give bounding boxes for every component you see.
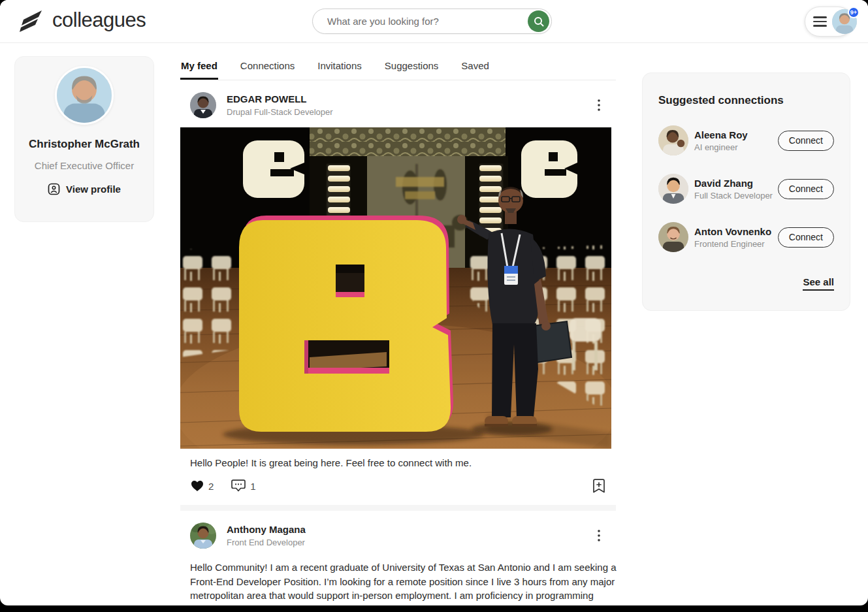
post-author-role: Front End Developer	[227, 538, 591, 547]
suggestion-avatar[interactable]	[658, 174, 688, 204]
tab-suggestions[interactable]: Suggestions	[384, 56, 440, 80]
view-profile-label: View profile	[66, 184, 121, 195]
heart-icon	[191, 480, 204, 492]
post-header: EDGAR POWELL Drupal Full-Stack Developer	[180, 80, 616, 127]
suggestion-avatar[interactable]	[658, 125, 688, 155]
like-count: 2	[208, 481, 214, 492]
search-button[interactable]	[528, 10, 549, 32]
profile-name: Christopher McGrath	[15, 138, 153, 151]
app-window: colleagues	[0, 0, 868, 605]
connect-button-anton-vovnenko[interactable]: Connect	[778, 227, 834, 248]
suggestion-name[interactable]: Aleena Roy	[694, 129, 778, 140]
like-button[interactable]	[191, 480, 204, 492]
post-author-avatar[interactable]	[190, 92, 216, 118]
profile-badge-icon	[48, 183, 60, 195]
bookmark-plus-icon	[593, 479, 605, 493]
comment-count: 1	[250, 481, 255, 492]
suggestion-row-david-zhang: David Zhang Full Stack Developer Connect	[658, 174, 834, 204]
save-post-button[interactable]	[593, 479, 605, 493]
suggestion-row-aleena-roy: Aleena Roy AI engineer Connect	[658, 125, 834, 155]
post-author-role: Drupal Full-Stack Developer	[227, 107, 591, 117]
post-menu-button[interactable]	[591, 97, 607, 113]
suggestions-title: Suggested connections	[658, 94, 834, 107]
connect-button-aleena-roy[interactable]: Connect	[778, 131, 834, 151]
post-author-avatar[interactable]	[190, 523, 216, 549]
suggestion-row-anton-vovnenko: Anton Vovnenko Frontend Engineer Connect	[658, 222, 834, 252]
suggestion-info: Anton Vovnenko Frontend Engineer	[694, 226, 778, 249]
logo[interactable]: colleagues	[18, 8, 146, 33]
suggestion-role: AI engineer	[694, 142, 778, 152]
post-edgar-powell: EDGAR POWELL Drupal Full-Stack Developer	[180, 80, 616, 505]
suggestion-info: Aleena Roy AI engineer	[694, 129, 778, 152]
post-author-block: Anthony Magana Front End Developer	[227, 524, 591, 547]
tab-connections[interactable]: Connections	[240, 56, 295, 80]
feed-column: My feed Connections Invitations Suggesti…	[180, 56, 616, 605]
tab-invitations[interactable]: Invitations	[317, 56, 362, 80]
post-header: Anthony Magana Front End Developer	[180, 511, 616, 558]
post-anthony-magana: Anthony Magana Front End Developer Hello…	[180, 511, 616, 605]
post-actions: 2 1	[180, 468, 616, 505]
tab-my-feed[interactable]: My feed	[180, 56, 218, 80]
account-menu[interactable]: 9+	[805, 7, 853, 37]
post-author-name[interactable]: Anthony Magana	[227, 524, 591, 535]
hamburger-icon	[813, 16, 827, 27]
post-photo-conference-hall[interactable]	[180, 127, 611, 449]
post-body-line: Hello Community! I am a recent graduate …	[190, 560, 606, 575]
notifications-badge[interactable]: 9+	[848, 7, 860, 18]
account-avatar-wrap: 9+	[832, 9, 857, 34]
search-icon	[533, 16, 545, 27]
post-body-text: Hello Community! I am a recent graduate …	[180, 558, 616, 605]
post-body-line: metropolitan area that would support in-…	[190, 588, 606, 603]
comment-button[interactable]	[231, 479, 246, 492]
comment-icon	[231, 479, 246, 492]
suggestion-name[interactable]: David Zhang	[694, 178, 778, 189]
suggested-connections-card: Suggested connections Aleena Roy AI engi…	[642, 72, 850, 311]
logo-text: colleagues	[52, 8, 146, 32]
view-profile-button[interactable]: View profile	[48, 183, 121, 195]
post-caption: Hello People! It is great being here. Fe…	[180, 449, 616, 468]
see-all-link[interactable]: See all	[803, 276, 834, 291]
search-bar	[312, 8, 552, 34]
search-input[interactable]	[313, 16, 528, 27]
profile-title: Chief Executive Officer	[15, 160, 153, 171]
connect-button-david-zhang[interactable]: Connect	[778, 179, 834, 199]
post-body-line: languages including Java, Python, JavaSc…	[190, 603, 606, 606]
feed-tabs: My feed Connections Invitations Suggesti…	[180, 56, 616, 80]
suggestion-role: Full Stack Developer	[694, 191, 778, 201]
suggestion-avatar[interactable]	[658, 222, 688, 252]
suggestion-name[interactable]: Anton Vovnenko	[694, 226, 778, 237]
profile-avatar	[55, 66, 114, 125]
top-header: colleagues	[0, 0, 868, 43]
post-author-name[interactable]: EDGAR POWELL	[227, 93, 591, 105]
post-author-block: EDGAR POWELL Drupal Full-Stack Developer	[227, 93, 591, 117]
post-divider	[180, 505, 616, 511]
giant-letter-b	[239, 216, 453, 432]
suggestion-role: Frontend Engineer	[694, 239, 778, 249]
colleagues-logo-icon	[18, 8, 46, 33]
kebab-icon	[598, 530, 600, 541]
post-menu-button[interactable]	[591, 528, 607, 543]
kebab-icon	[598, 99, 600, 111]
tab-saved[interactable]: Saved	[460, 56, 490, 80]
post-body-line: Front-End Developer Position. I’m lookin…	[190, 575, 606, 589]
profile-card: Christopher McGrath Chief Executive Offi…	[14, 56, 154, 222]
suggestion-info: David Zhang Full Stack Developer	[694, 178, 778, 201]
